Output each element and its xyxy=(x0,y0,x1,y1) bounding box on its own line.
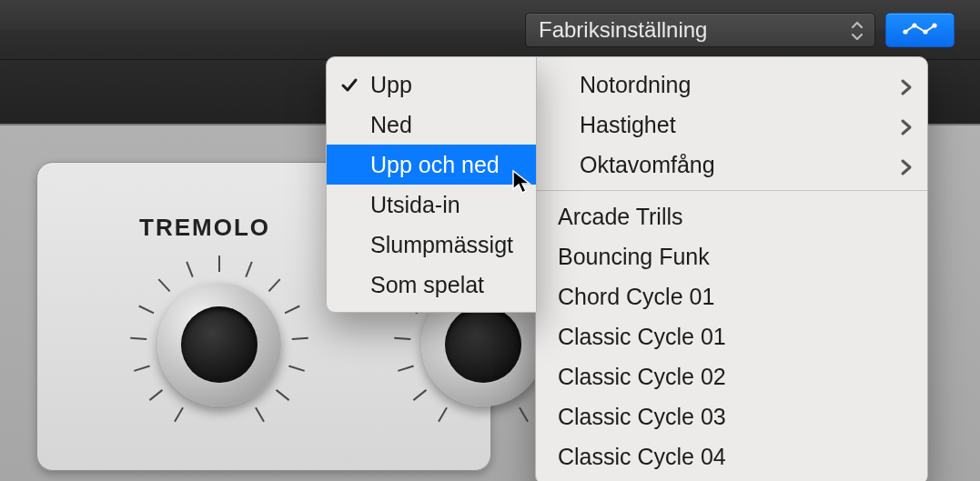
menu-item-label: Bouncing Funk xyxy=(558,244,710,270)
menu-item-label: Chord Cycle 01 xyxy=(558,284,714,310)
menu-item-label: Classic Cycle 01 xyxy=(558,324,726,350)
menu-item-label: Oktavomfång xyxy=(580,152,715,178)
submenu-item-label: Ned xyxy=(370,112,412,138)
section-label: TREMOLO xyxy=(139,214,270,242)
menu-item[interactable]: Notordning xyxy=(536,65,927,105)
menu-item-label: Arcade Trills xyxy=(558,204,683,230)
menu-item[interactable]: Arcade Trills xyxy=(536,196,927,236)
menu-item-label: Hastighet xyxy=(580,112,676,138)
menu-item[interactable]: Classic Cycle 03 xyxy=(536,396,927,436)
cursor-icon xyxy=(511,169,533,196)
menu-item[interactable]: Oktavomfång xyxy=(536,145,927,185)
tremolo-knob-1[interactable] xyxy=(128,254,310,436)
menu-item[interactable]: Chord Cycle 01 xyxy=(536,276,927,316)
submenu-item-label: Upp xyxy=(370,72,412,98)
menu-item[interactable]: Classic Cycle 01 xyxy=(536,316,927,356)
chevron-right-icon xyxy=(898,155,914,174)
submenu-item-label: Som spelat xyxy=(370,272,484,298)
menu-item-label: Classic Cycle 04 xyxy=(558,444,726,470)
note-order-submenu: UppNedUpp och nedUtsida-inSlumpmässigtSo… xyxy=(326,56,537,313)
menu-item[interactable]: Classic Cycle 04 xyxy=(536,436,927,476)
submenu-item[interactable]: Som spelat xyxy=(327,265,536,305)
preset-select[interactable]: Fabriksinställning xyxy=(525,13,875,47)
compare-button[interactable] xyxy=(885,13,955,47)
menu-item-label: Classic Cycle 02 xyxy=(558,364,726,390)
submenu-item-label: Upp och ned xyxy=(370,152,500,178)
submenu-item[interactable]: Slumpmässigt xyxy=(327,225,536,265)
submenu-item[interactable]: Utsida-in xyxy=(327,185,536,225)
menu-separator xyxy=(536,190,927,191)
compare-icon xyxy=(901,20,939,40)
submenu-item-label: Slumpmässigt xyxy=(370,232,513,258)
submenu-item[interactable]: Ned xyxy=(327,105,536,145)
menu-item[interactable]: Bouncing Funk xyxy=(536,236,927,276)
preset-menu: NotordningHastighetOktavomfångArcade Tri… xyxy=(535,56,928,481)
menu-item[interactable]: Classic Cycle 02 xyxy=(536,356,927,396)
submenu-item[interactable]: Upp och ned xyxy=(327,145,536,185)
submenu-item-label: Utsida-in xyxy=(370,192,460,218)
chevron-right-icon xyxy=(898,115,914,134)
chevron-right-icon xyxy=(898,75,914,94)
submenu-item[interactable]: Upp xyxy=(327,65,536,105)
plugin-toolbar: Fabriksinställning xyxy=(0,0,980,60)
check-icon xyxy=(339,74,359,94)
menu-item[interactable]: Hastighet xyxy=(536,105,927,145)
updown-icon xyxy=(849,19,865,43)
menu-item-label: Classic Cycle 03 xyxy=(558,404,726,430)
menu-item-label: Notordning xyxy=(580,72,691,98)
preset-select-label: Fabriksinställning xyxy=(539,17,707,43)
